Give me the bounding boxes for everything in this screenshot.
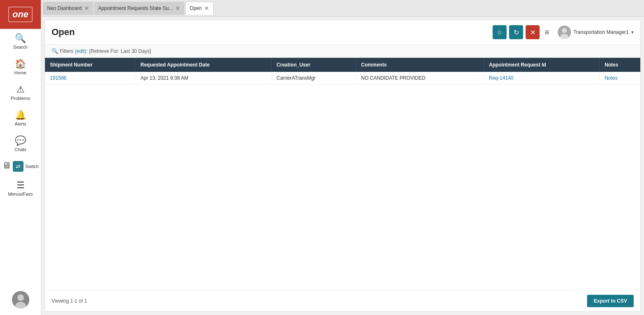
tab-label-appointment-requests: Appointment Requests State Su... [98, 5, 173, 11]
tab-close-appointment-requests[interactable]: ✕ [175, 5, 180, 11]
close-button[interactable]: ✕ [526, 25, 540, 39]
table-header-row: Shipment Number Requested Appointment Da… [45, 58, 640, 72]
filter-icon: 🔍 [52, 48, 58, 54]
sidebar-bottom [0, 291, 41, 315]
sidebar-label-problems: Problems [11, 96, 30, 101]
page-header: Open ☆ ↻ ✕ ≡ [45, 20, 640, 45]
sidebar-item-menus[interactable]: ☰ Menus/Favs [0, 176, 41, 201]
notes-link[interactable]: Notes [604, 75, 617, 81]
sidebar-label-search: Search [13, 45, 28, 50]
table-container: Shipment Number Requested Appointment Da… [45, 58, 640, 290]
svg-point-1 [17, 294, 24, 301]
header-actions: ☆ ↻ ✕ ≡ [493, 25, 634, 39]
user-name: Transportation Manager1 [573, 29, 629, 35]
refresh-button[interactable]: ↻ [509, 25, 523, 39]
sidebar-label-switch: Switch [25, 164, 38, 169]
app-logo[interactable]: one [0, 0, 41, 29]
tab-label-neo-dashboard: Neo Dashboard [47, 5, 82, 11]
tab-close-neo-dashboard[interactable]: ✕ [84, 5, 89, 11]
tab-appointment-requests[interactable]: Appointment Requests State Su... ✕ [94, 2, 184, 15]
filter-prefix: Filters [60, 48, 73, 54]
alerts-icon: 🔔 [15, 111, 26, 120]
tab-bar: Neo Dashboard ✕ Appointment Requests Sta… [41, 0, 644, 17]
content-area: Open ☆ ↻ ✕ ≡ [45, 20, 641, 312]
switch-icon: ⇄ [13, 161, 24, 172]
sidebar-label-chats: Chats [14, 147, 26, 152]
sidebar-item-home[interactable]: 🏠 Home [0, 54, 41, 80]
data-table: Shipment Number Requested Appointment Da… [45, 58, 640, 85]
sidebar-item-search[interactable]: 🔍 Search [0, 29, 41, 54]
filter-edit-link[interactable]: (edit): [75, 48, 88, 54]
cell-requested-appointment-date: Apr 13, 2021 9:38 AM [135, 72, 271, 85]
close-icon: ✕ [530, 28, 535, 36]
cell-comments: NO CANDIDATE PROVIDED [356, 72, 484, 85]
cell-shipment-number: 191586 [45, 72, 135, 85]
svg-point-4 [562, 28, 567, 33]
shipment-number-link[interactable]: 191586 [50, 75, 66, 81]
sidebar-avatar[interactable] [12, 291, 29, 308]
user-avatar [558, 26, 571, 39]
filter-value: [Retrieve For: Last 30 Days] [89, 48, 151, 54]
col-header-creation-user: Creation_User [271, 58, 356, 72]
sidebar-label-alerts: Alerts [14, 121, 26, 126]
page-title: Open [52, 27, 493, 38]
cell-appointment-request-id: Req-14140 [484, 72, 599, 85]
viewing-label: Viewing 1-1 of 1 [52, 298, 87, 304]
sidebar-item-problems[interactable]: ⚠ Problems [0, 80, 41, 106]
home-icon: 🏠 [15, 59, 26, 69]
sidebar-label-home: Home [14, 70, 26, 75]
filter-bar: 🔍 Filters (edit): [Retrieve For: Last 30… [45, 45, 640, 58]
table-body: 191586 Apr 13, 2021 9:38 AM CarrierATran… [45, 72, 640, 85]
sidebar-label-menus: Menus/Favs [8, 192, 33, 197]
refresh-icon: ↻ [514, 28, 519, 36]
col-header-appointment-request-id: Appointment Request Id [484, 58, 599, 72]
hamburger-icon: ≡ [545, 28, 550, 37]
col-header-requested-appointment-date: Requested Appointment Date [135, 58, 271, 72]
sidebar-item-alerts[interactable]: 🔔 Alerts [0, 106, 41, 131]
cell-creation-user: CarrierATransMgr [271, 72, 356, 85]
user-dropdown-arrow[interactable]: ▾ [631, 29, 634, 35]
star-icon: ☆ [497, 28, 502, 36]
search-icon: 🔍 [15, 34, 26, 43]
export-csv-button[interactable]: Export to CSV [587, 295, 634, 307]
menu-button[interactable]: ≡ [542, 28, 552, 37]
problems-icon: ⚠ [17, 85, 25, 94]
col-header-comments: Comments [356, 58, 484, 72]
favorite-button[interactable]: ☆ [493, 25, 507, 39]
tab-open[interactable]: Open ✕ [185, 2, 214, 15]
tab-close-open[interactable]: ✕ [204, 5, 209, 11]
monitor-icon: 🖥 [2, 161, 11, 170]
table-footer: Viewing 1-1 of 1 Export to CSV [45, 290, 640, 311]
tab-neo-dashboard[interactable]: Neo Dashboard ✕ [43, 2, 93, 15]
chats-icon: 💬 [15, 136, 26, 145]
menus-icon: ☰ [17, 181, 25, 190]
cell-notes: Notes [599, 72, 640, 85]
main-area: Neo Dashboard ✕ Appointment Requests Sta… [41, 0, 644, 315]
sidebar: one 🔍 Search 🏠 Home ⚠ Problems 🔔 Alerts … [0, 0, 41, 315]
sidebar-item-chats[interactable]: 💬 Chats [0, 131, 41, 157]
col-header-notes: Notes [599, 58, 640, 72]
tab-label-open: Open [190, 5, 202, 11]
table-row: 191586 Apr 13, 2021 9:38 AM CarrierATran… [45, 72, 640, 85]
col-header-shipment-number: Shipment Number [45, 58, 135, 72]
appointment-request-id-link[interactable]: Req-14140 [489, 75, 513, 81]
sidebar-item-switch[interactable]: 🖥 ⇄ Switch [0, 157, 41, 176]
user-info: Transportation Manager1 ▾ [558, 26, 634, 39]
logo-text: one [8, 7, 33, 22]
